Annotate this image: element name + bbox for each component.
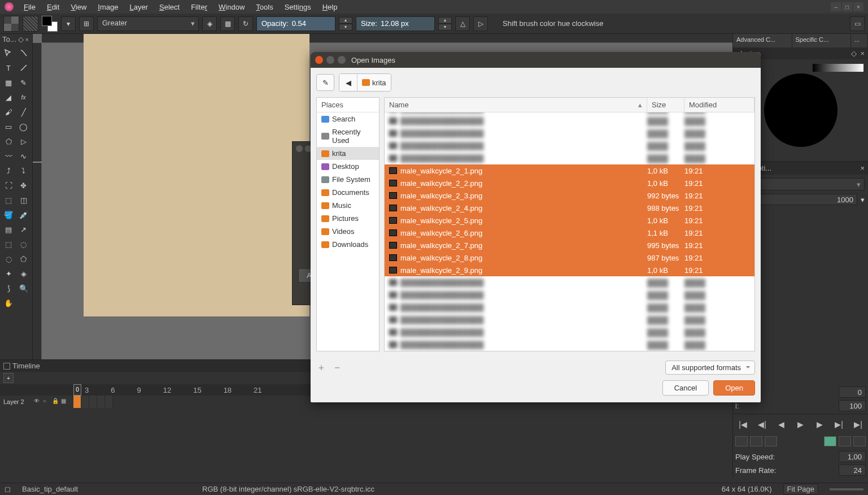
rect-select-icon[interactable]: ⬚ <box>1 237 16 251</box>
calligraphy-tool-icon[interactable] <box>16 60 31 75</box>
file-row[interactable]: ████████████████████████ <box>385 314 754 326</box>
brush-preset-1-icon[interactable] <box>3 16 19 32</box>
close-panel-icon[interactable]: × <box>860 49 865 58</box>
edit-path-button[interactable]: ✎ <box>316 74 334 91</box>
brush-preset-2-icon[interactable] <box>23 16 38 32</box>
close-icon[interactable]: × <box>860 164 865 172</box>
col-size[interactable]: Size <box>647 98 684 112</box>
play-icon[interactable]: ▶ <box>794 418 808 431</box>
next-frame-icon[interactable]: ▶ <box>813 418 827 431</box>
end-input[interactable]: 100 <box>839 400 866 411</box>
dropdown-arrow-icon[interactable]: ▾ <box>61 16 76 31</box>
file-row[interactable]: male_walkcycle_2_8.png987 bytes19:21 <box>385 251 754 264</box>
breadcrumb-krita[interactable]: krita <box>357 74 391 91</box>
color-swatch[interactable] <box>42 16 58 32</box>
dialog-minimize-icon[interactable] <box>326 56 334 64</box>
size-spinner[interactable]: ▴▾ <box>438 17 452 31</box>
menu-tools[interactable]: Tools <box>250 1 278 13</box>
contiguous-select-icon[interactable]: ✦ <box>1 266 16 281</box>
onion-next-icon[interactable] <box>765 436 777 446</box>
fx-tool-icon[interactable]: fx <box>16 90 31 105</box>
zoom-slider[interactable] <box>830 488 863 490</box>
menu-layer[interactable]: Layer <box>124 1 154 13</box>
file-row[interactable]: male_walkcycle_2_1.png1,0 kB19:21 <box>385 164 754 177</box>
window-close-icon[interactable]: × <box>853 2 863 11</box>
similar-select-icon[interactable]: ◈ <box>16 266 31 281</box>
close-panel-icon[interactable]: × <box>25 36 29 43</box>
dialog-maximize-icon[interactable] <box>338 56 346 64</box>
alpha-lock-icon[interactable]: ▦ <box>220 16 235 31</box>
zoom-tool-icon[interactable]: 🔍 <box>16 281 31 296</box>
places-item[interactable]: Music <box>317 199 379 212</box>
float-icon[interactable]: ◇ <box>851 49 857 58</box>
keyframe-cell[interactable] <box>73 396 81 408</box>
dialog-close-icon[interactable] <box>315 56 323 64</box>
freehand-path-tool-icon[interactable]: ∿ <box>16 149 31 163</box>
gradient-tool-icon[interactable]: ◢ <box>1 90 16 105</box>
eraser-toggle-icon[interactable]: ◈ <box>202 16 217 31</box>
file-row[interactable]: male_walkcycle_2_2.png1,0 kB19:21 <box>385 177 754 189</box>
file-row[interactable]: ████████████████████████ <box>385 115 754 127</box>
zoom-select[interactable]: Fit Page <box>783 484 818 494</box>
dialog-titlebar[interactable]: Open Images <box>311 52 761 68</box>
path-back-button[interactable]: ◀ <box>339 74 357 91</box>
alpha-icon[interactable]: ▦ <box>61 398 69 406</box>
ellipse-tool-icon[interactable]: ◯ <box>16 119 31 134</box>
ellipse-select-icon[interactable]: ◌ <box>16 237 31 251</box>
frame-cell[interactable] <box>105 396 113 408</box>
deform-tool-icon[interactable]: ⬚ <box>1 193 16 207</box>
places-item[interactable]: Pictures <box>317 212 379 225</box>
window-maximize-icon[interactable]: □ <box>842 2 852 11</box>
menu-select[interactable]: Select <box>154 1 185 13</box>
fill-tool-icon[interactable]: 🪣 <box>1 207 16 222</box>
tab-advanced-color[interactable]: Advanced C... <box>733 34 792 47</box>
opacity-slider[interactable]: Opacity: 0.54 <box>256 16 335 31</box>
file-row[interactable]: ████████████████████████ <box>385 152 754 164</box>
places-item[interactable]: Videos <box>317 225 379 238</box>
opacity-spinner[interactable]: ▴▾ <box>339 17 352 31</box>
places-item[interactable]: Recently Used <box>317 125 379 147</box>
menu-filter[interactable]: Filter <box>185 1 213 13</box>
file-row[interactable]: ████████████████████████ <box>385 326 754 338</box>
add-layer-icon[interactable]: + <box>3 373 14 383</box>
file-row[interactable]: male_walkcycle_2_6.png1,1 kB19:21 <box>385 227 754 239</box>
menu-window[interactable]: Window <box>213 1 250 13</box>
file-filter-select[interactable]: All supported formats <box>665 361 755 375</box>
places-item[interactable]: Documents <box>317 186 379 199</box>
prev-frame-icon[interactable]: ◀ <box>775 418 788 431</box>
float-icon[interactable]: ◇ <box>18 35 24 44</box>
dyna-tool-icon[interactable]: ⤴ <box>1 163 16 178</box>
polyline-tool-icon[interactable]: ▷ <box>16 134 31 149</box>
text-tool-icon[interactable]: T <box>1 60 16 75</box>
settings-icon[interactable] <box>853 436 866 446</box>
file-row[interactable]: ████████████████████████ <box>385 276 754 289</box>
brush-editor-icon[interactable]: ⊞ <box>79 16 94 31</box>
bezier-tool-icon[interactable]: 〰 <box>1 149 16 163</box>
places-item[interactable]: Downloads <box>317 238 379 251</box>
drop-frames-icon[interactable] <box>824 436 836 446</box>
goto-start-icon[interactable]: |◀ <box>736 418 750 431</box>
visibility-icon[interactable]: 👁 <box>34 398 42 406</box>
multibrush-tool-icon[interactable]: ⤵ <box>16 163 31 178</box>
move-tool-icon[interactable] <box>1 46 16 60</box>
open-button[interactable]: Open <box>713 380 755 396</box>
menu-image[interactable]: Image <box>92 1 124 13</box>
window-minimize-icon[interactable]: – <box>831 2 841 11</box>
start-input[interactable]: 0 <box>839 387 866 398</box>
layer-name[interactable]: Layer 2 <box>0 398 34 405</box>
onion-prev-icon[interactable] <box>750 436 762 446</box>
frame-cell[interactable] <box>89 396 97 408</box>
places-item[interactable]: krita <box>317 147 379 160</box>
file-row[interactable]: male_walkcycle_2_9.png1,0 kB19:21 <box>385 264 754 276</box>
workspace-chooser-icon[interactable]: ▭ <box>850 16 865 31</box>
play-speed-input[interactable]: 1,00 <box>839 451 866 462</box>
playhead[interactable]: 0 <box>73 384 81 396</box>
mirror-h-icon[interactable]: △ <box>455 16 470 31</box>
places-item[interactable]: File System <box>317 173 379 186</box>
menu-file[interactable]: File <box>18 1 41 13</box>
frame-cell[interactable] <box>81 396 89 408</box>
grid-tool-icon[interactable]: ▤ <box>1 222 16 237</box>
file-row[interactable]: male_walkcycle_2_7.png995 bytes19:21 <box>385 239 754 251</box>
color-picker-tool-icon[interactable]: 💉 <box>16 207 31 222</box>
brush-tool-icon[interactable]: 🖌 <box>1 105 16 119</box>
